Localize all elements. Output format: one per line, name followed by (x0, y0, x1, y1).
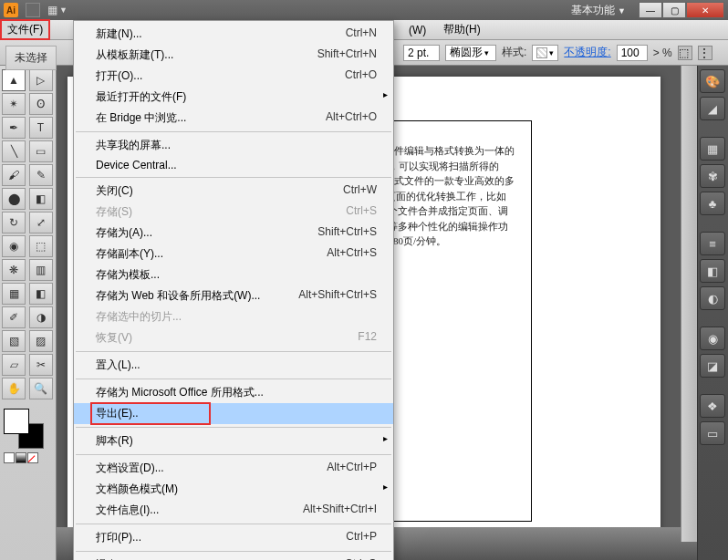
menu-item-9[interactable]: 关闭(C)Ctrl+W (74, 181, 393, 202)
menu-file[interactable]: 文件(F) (0, 19, 50, 40)
menu-item-6[interactable]: 共享我的屏幕... (74, 135, 393, 156)
line-tool[interactable]: ╲ (2, 140, 26, 162)
menu-item-1[interactable]: 从模板新建(T)...Shift+Ctrl+N (74, 45, 393, 66)
type-tool[interactable]: T (29, 117, 53, 139)
hand-tool[interactable]: ✋ (2, 378, 26, 399)
menu-item-12[interactable]: 存储副本(Y)...Alt+Ctrl+S (74, 244, 393, 264)
scale-tool[interactable]: ⤢ (29, 212, 53, 233)
paintbrush-tool[interactable]: 🖌 (2, 164, 26, 186)
swatches-panel-icon[interactable]: ▦ (700, 137, 725, 161)
menu-item-27[interactable]: 文件信息(I)...Alt+Shift+Ctrl+I (74, 500, 393, 521)
transparency-panel-icon[interactable]: ◐ (700, 286, 725, 310)
menu-item-21[interactable]: 导出(E).. (74, 403, 393, 424)
doc-icon[interactable] (26, 3, 40, 17)
menu-item-label: 存储(S) (96, 204, 132, 220)
close-button[interactable]: ✕ (686, 2, 724, 18)
free-transform-tool[interactable]: ⬚ (29, 235, 53, 257)
opacity-label[interactable]: 不透明度: (564, 45, 610, 60)
menu-item-3[interactable]: 最近打开的文件(F) (74, 87, 393, 108)
direct-selection-tool[interactable]: ▷ (29, 69, 53, 91)
color-mode-icon[interactable] (4, 452, 15, 463)
graphic-styles-panel-icon[interactable]: ◪ (700, 354, 725, 378)
title-bar: Ai ▦ ▼ 基本功能 ▼ — ▢ ✕ (0, 0, 728, 20)
menu-item-20[interactable]: 存储为 Microsoft Office 所用格式... (74, 382, 393, 403)
menu-item-14[interactable]: 存储为 Web 和设备所用格式(W)...Alt+Shift+Ctrl+S (74, 285, 393, 306)
menu-item-shortcut: Alt+Ctrl+P (327, 461, 377, 476)
layers-panel-icon[interactable]: ❖ (700, 394, 725, 418)
menu-item-2[interactable]: 打开(O)...Ctrl+O (74, 66, 393, 87)
slice-tool[interactable]: ✂ (29, 354, 53, 376)
menu-window[interactable]: (W) (401, 21, 433, 39)
mesh-tool[interactable]: ▦ (2, 283, 26, 305)
graph-tool[interactable]: ▥ (29, 259, 53, 281)
symbols-panel-icon[interactable]: ♣ (700, 192, 725, 215)
menu-item-18[interactable]: 置入(L)... (74, 355, 393, 376)
gradient-panel-icon[interactable]: ◧ (700, 259, 725, 283)
none-mode-icon[interactable] (27, 452, 38, 463)
blend-tool[interactable]: ◑ (29, 306, 53, 328)
recolor-icon[interactable]: ⬚ (678, 46, 692, 60)
menu-item-23[interactable]: 脚本(R) (74, 430, 393, 451)
eraser-tool[interactable]: ◧ (29, 188, 53, 210)
menu-separator (76, 551, 391, 552)
rectangle-tool[interactable]: ▭ (29, 140, 53, 162)
options-overflow-icon[interactable]: ⋮ (698, 46, 712, 60)
selection-status: 未选择 (5, 46, 57, 70)
menu-item-11[interactable]: 存储为(A)...Shift+Ctrl+S (74, 223, 393, 244)
opacity-field[interactable]: 100 (617, 45, 648, 61)
menu-item-label: 存储选中的切片... (96, 309, 182, 325)
menu-item-7[interactable]: Device Central... (74, 156, 393, 174)
maximize-button[interactable]: ▢ (662, 2, 686, 18)
appearance-panel-icon[interactable]: ◉ (700, 327, 725, 350)
style-field[interactable]: ▾ (532, 45, 558, 61)
menu-item-15: 存储选中的切片... (74, 306, 393, 327)
gradient-mode-icon[interactable] (16, 452, 26, 463)
stroke-weight-field[interactable]: 2 pt. (403, 45, 440, 61)
artboard-tool[interactable]: ▱ (2, 354, 26, 376)
live-paint-selection-tool[interactable]: ▨ (29, 330, 53, 352)
menu-item-shortcut: Alt+Ctrl+S (327, 246, 377, 262)
menu-item-label: 存储为(A)... (96, 225, 152, 241)
magic-wand-tool[interactable]: ✴ (2, 93, 26, 115)
menu-item-label: 新建(N)... (96, 26, 142, 42)
menu-item-29[interactable]: 打印(P)...Ctrl+P (74, 527, 393, 548)
brushes-panel-icon[interactable]: ✾ (700, 164, 725, 188)
menu-help[interactable]: 帮助(H) (436, 19, 488, 40)
stroke-panel-icon[interactable]: ≡ (700, 232, 725, 255)
menu-item-31[interactable]: 退出(X)Ctrl+Q (74, 555, 393, 560)
menu-item-0[interactable]: 新建(N)...Ctrl+N (74, 24, 393, 45)
blob-brush-tool[interactable]: ⬤ (2, 188, 26, 210)
menu-item-10: 存储(S)Ctrl+S (74, 202, 393, 223)
lasso-tool[interactable]: ʘ (29, 93, 53, 115)
warp-tool[interactable]: ◉ (2, 235, 26, 257)
menu-item-shortcut: F12 (358, 330, 377, 346)
right-panel-dock: 🎨 ◢ ▦ ✾ ♣ ≡ ◧ ◐ ◉ ◪ ❖ ▭ (697, 66, 728, 560)
selection-tool[interactable]: ▲ (2, 69, 26, 91)
artboards-panel-icon[interactable]: ▭ (700, 421, 725, 445)
color-guide-panel-icon[interactable]: ◢ (700, 97, 725, 120)
workspace-switcher[interactable]: 基本功能 ▼ (566, 1, 631, 20)
gradient-tool[interactable]: ◧ (29, 283, 53, 305)
rotate-tool[interactable]: ↻ (2, 212, 26, 233)
live-paint-tool[interactable]: ▧ (2, 330, 26, 352)
brush-shape-field[interactable]: 椭圆形 ▾ (445, 45, 496, 61)
menu-item-label: 导出(E).. (96, 406, 139, 421)
menu-item-shortcut: Alt+Shift+Ctrl+S (298, 288, 377, 304)
symbol-sprayer-tool[interactable]: ❋ (2, 259, 26, 281)
menu-separator (76, 379, 391, 379)
minimize-button[interactable]: — (639, 2, 662, 18)
menu-item-label: 存储为模板... (96, 267, 160, 283)
color-panel-icon[interactable]: 🎨 (700, 69, 725, 93)
arrange-documents-button[interactable]: ▦ ▼ (47, 4, 68, 16)
eyedropper-tool[interactable]: ✐ (2, 306, 26, 328)
fill-color-swatch[interactable] (4, 409, 29, 434)
menu-item-25[interactable]: 文档设置(D)...Alt+Ctrl+P (74, 458, 393, 479)
menu-item-shortcut: Alt+Shift+Ctrl+I (303, 503, 377, 518)
vertical-scrollbar[interactable] (681, 66, 697, 542)
pencil-tool[interactable]: ✎ (29, 164, 53, 186)
pen-tool[interactable]: ✒ (2, 117, 26, 139)
zoom-tool[interactable]: 🔍 (29, 378, 53, 399)
menu-item-13[interactable]: 存储为模板... (74, 264, 393, 285)
menu-item-26[interactable]: 文档颜色模式(M) (74, 479, 393, 500)
menu-item-4[interactable]: 在 Bridge 中浏览...Alt+Ctrl+O (74, 108, 393, 129)
